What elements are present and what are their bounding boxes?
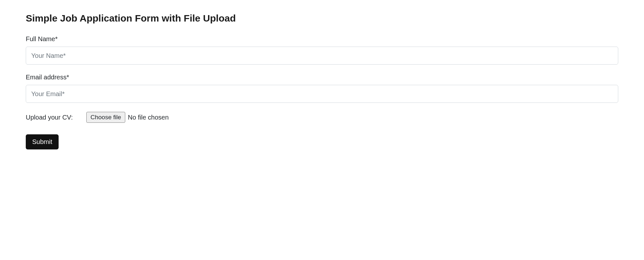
full-name-label: Full Name* [26,35,618,43]
submit-button[interactable]: Submit [26,134,59,149]
file-status-text: No file chosen [128,114,169,121]
cv-upload-group: Upload your CV: Choose file No file chos… [26,112,618,123]
job-application-form: Full Name* Email address* Upload your CV… [26,35,618,149]
page-title: Simple Job Application Form with File Up… [26,13,618,24]
full-name-input[interactable] [26,47,618,65]
full-name-group: Full Name* [26,35,618,65]
email-label: Email address* [26,74,618,81]
email-input[interactable] [26,85,618,103]
email-group: Email address* [26,74,618,103]
cv-upload-label: Upload your CV: [26,114,73,121]
choose-file-button[interactable]: Choose file [86,112,125,123]
